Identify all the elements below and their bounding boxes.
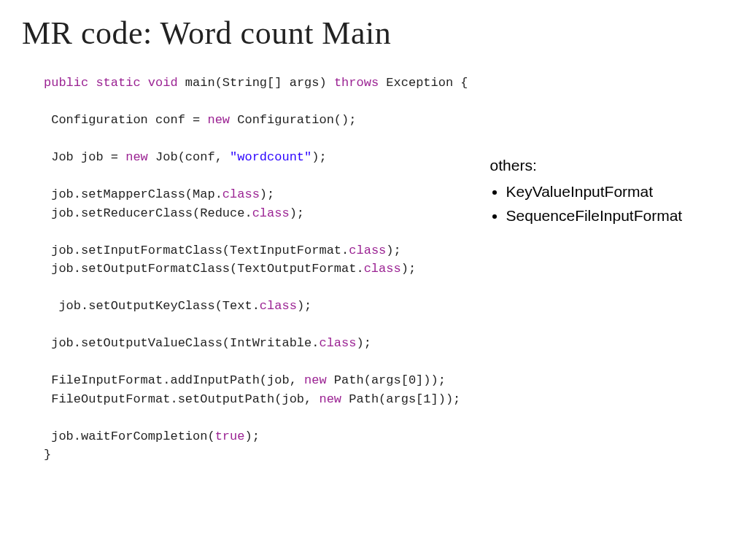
code-text: Path(args[0]));: [327, 373, 446, 387]
keyword-class: class: [349, 244, 386, 257]
string-literal: "wordcount": [230, 150, 311, 164]
keyword-class: class: [364, 262, 401, 276]
keyword-class: class: [319, 336, 356, 350]
code-text: job.setOutputValueClass(IntWritable.: [44, 336, 319, 350]
code-text: Configuration();: [230, 113, 356, 127]
slide-content: public static void main(String[] args) t…: [22, 74, 725, 464]
list-item: SequenceFileInputFormat: [506, 204, 683, 228]
code-text: Configuration conf =: [44, 113, 207, 127]
keyword-class: class: [260, 299, 297, 313]
keyword-new: new: [207, 113, 230, 127]
code-text: job.setOutputFormatClass(TextOutputForma…: [44, 262, 364, 276]
code-text: Job job =: [44, 150, 125, 164]
code-text: job.setOutputKeyClass(Text.: [44, 299, 260, 313]
code-text: job.setMapperClass(Map.: [44, 187, 222, 201]
code-text: Exception {: [379, 76, 468, 90]
code-block: public static void main(String[] args) t…: [22, 74, 468, 464]
code-text: );: [297, 299, 311, 313]
keyword-public: public: [44, 76, 88, 90]
keyword-true: true: [215, 429, 245, 443]
code-text: );: [244, 429, 259, 443]
code-text: Path(args[1]));: [341, 392, 460, 406]
code-text: );: [311, 150, 326, 164]
annotation-list: KeyValueInputFormat SequenceFileInputFor…: [490, 180, 683, 228]
list-item: KeyValueInputFormat: [506, 180, 683, 203]
code-text: );: [260, 187, 274, 201]
code-text: job.setReducerClass(Reduce.: [44, 206, 252, 220]
code-text: );: [386, 244, 400, 257]
annotation-box: others: KeyValueInputFormat SequenceFile…: [490, 154, 683, 229]
keyword-new: new: [319, 392, 341, 406]
keyword-class: class: [222, 187, 260, 201]
keyword-static: static: [96, 76, 140, 90]
code-text: FileOutputFormat.setOutputPath(job,: [44, 392, 319, 406]
code-text: );: [290, 206, 304, 220]
code-text: job.waitForCompletion(: [44, 429, 215, 443]
slide: MR code: Word count Main public static v…: [0, 0, 747, 479]
slide-title: MR code: Word count Main: [22, 15, 725, 52]
keyword-new: new: [304, 373, 327, 387]
code-close-brace: }: [44, 448, 51, 462]
keyword-void: void: [148, 76, 178, 90]
annotation-heading: others:: [490, 154, 683, 177]
code-text: );: [356, 336, 371, 350]
code-text: main(String[] args): [178, 76, 334, 90]
keyword-class: class: [252, 206, 290, 220]
code-text: job.setInputFormatClass(TextInputFormat.: [44, 244, 349, 257]
keyword-throws: throws: [334, 76, 379, 90]
code-text: Job(conf,: [148, 150, 230, 164]
code-text: );: [401, 262, 416, 276]
keyword-new: new: [125, 150, 148, 164]
code-text: FileInputFormat.addInputPath(job,: [44, 373, 304, 387]
